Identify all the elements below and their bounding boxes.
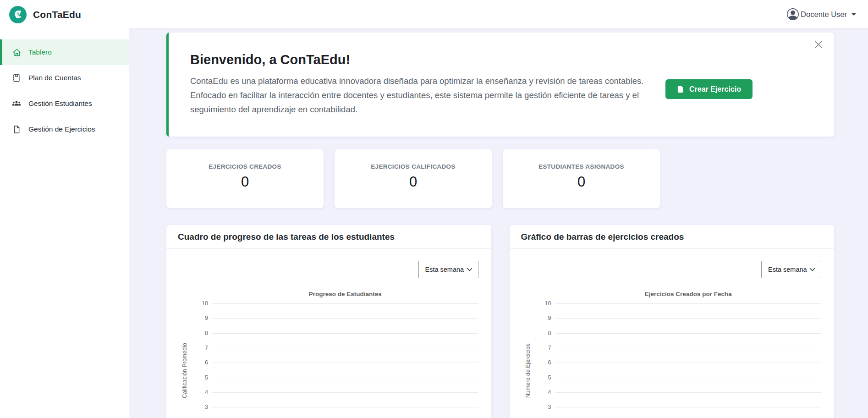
stat-label: EJERCICIOS CREADOS: [166, 163, 324, 170]
stat-card-ejercicios-calificados: EJERCICIOS CALIFICADOS 0: [335, 149, 492, 208]
y-axis-label: Calificación Promedio: [181, 297, 188, 418]
chart-grid: 109876543210: [555, 303, 822, 418]
journal-icon: [11, 72, 22, 83]
chevron-down-icon: [809, 268, 815, 272]
stat-card-ejercicios-creados: EJERCICIOS CREADOS 0: [166, 149, 324, 208]
stat-value: 0: [166, 174, 324, 190]
sidebar-item-label: Tablero: [28, 48, 52, 56]
stat-value: 0: [335, 174, 492, 190]
chevron-down-icon: [467, 268, 472, 272]
person-circle-icon: [787, 8, 799, 20]
welcome-title: Bienvenido, a ConTaEdu!: [190, 52, 808, 67]
create-exercise-button[interactable]: Crear Ejercicio: [665, 79, 753, 99]
sidebar-item-gestion-ejercicios[interactable]: Gestión de Ejercicios: [0, 116, 129, 142]
week-filter-value: Esta semana: [768, 266, 807, 273]
stat-card-estudiantes-asignados: ESTUDIANTES ASIGNADOS 0: [503, 149, 660, 208]
sidebar-item-gestion-estudiantes[interactable]: Gestión Estudiantes: [0, 91, 129, 116]
create-exercise-label: Crear Ejercicio: [689, 85, 741, 94]
caret-down-icon: [852, 13, 856, 16]
close-icon[interactable]: [813, 39, 824, 50]
people-icon: [11, 98, 22, 109]
week-filter-select[interactable]: Esta semana: [418, 261, 478, 278]
stats-row: EJERCICIOS CREADOS 0 EJERCICIOS CALIFICA…: [166, 149, 834, 208]
exercises-bar-chart-card: Gráfico de barras de ejercicios creados …: [510, 225, 835, 418]
sidebar-item-label: Gestión Estudiantes: [28, 99, 92, 108]
stat-label: ESTUDIANTES ASIGNADOS: [503, 163, 660, 170]
chart-grid: 109876543210: [212, 303, 478, 418]
sidebar-item-plan-de-cuentas[interactable]: Plan de Cuentas: [0, 65, 129, 91]
contaedu-logo-icon: ₡: [9, 6, 27, 23]
sidebar-item-label: Gestión de Ejercicios: [28, 125, 95, 133]
sidebar-item-label: Plan de Cuentas: [28, 74, 81, 82]
stat-label: EJERCICIOS CALIFICADOS: [335, 163, 492, 170]
brand: ₡ ConTaEdu: [0, 0, 129, 29]
page-content: Bienvenido, a ConTaEdu! ContaEdu es una …: [129, 29, 868, 418]
charts-row: Cuadro de progreso de las tareas de los …: [166, 225, 834, 418]
stat-value: 0: [503, 174, 660, 190]
welcome-body-line: seguimiento del aprendizaje en contabili…: [190, 102, 808, 116]
user-menu[interactable]: Docente User: [787, 8, 856, 20]
sidebar-nav: Tablero Plan de Cuentas Gestión Estudian…: [0, 39, 129, 142]
app-root: ₡ ConTaEdu Tablero Plan de Cuentas Ges: [0, 0, 868, 418]
progress-chart: Progreso de Estudiantes Calificación Pro…: [179, 291, 478, 418]
file-icon: [11, 124, 22, 135]
sidebar-item-tablero[interactable]: Tablero: [0, 39, 129, 65]
topbar: Docente User: [129, 0, 868, 29]
welcome-card: Bienvenido, a ConTaEdu! ContaEdu es una …: [166, 33, 834, 137]
chart-card-title: Gráfico de barras de ejercicios creados: [510, 225, 835, 249]
y-axis-label: Número de Ejercicios: [524, 297, 532, 418]
chart-title: Progreso de Estudiantes: [212, 291, 478, 297]
student-progress-chart-card: Cuadro de progreso de las tareas de los …: [166, 225, 491, 418]
week-filter-select[interactable]: Esta semana: [761, 261, 821, 278]
home-icon: [11, 47, 22, 58]
chart-body: Esta semana Ejercicios Creados por Fecha…: [510, 249, 835, 418]
document-icon: [677, 86, 684, 93]
chart-title: Ejercicios Creados por Fecha: [555, 291, 822, 297]
chart-body: Esta semana Progreso de Estudiantes Cali…: [166, 249, 491, 418]
week-filter-value: Esta semana: [425, 266, 464, 273]
main-column: Docente User Bienvenido, a ConTaEdu! Con…: [129, 0, 868, 418]
user-name: Docente User: [801, 10, 847, 19]
sidebar: ₡ ConTaEdu Tablero Plan de Cuentas Ges: [0, 0, 129, 418]
exercises-chart: Ejercicios Creados por Fecha Número de E…: [522, 291, 822, 418]
brand-name: ConTaEdu: [33, 9, 81, 20]
chart-card-title: Cuadro de progreso de las tareas de los …: [166, 225, 491, 249]
